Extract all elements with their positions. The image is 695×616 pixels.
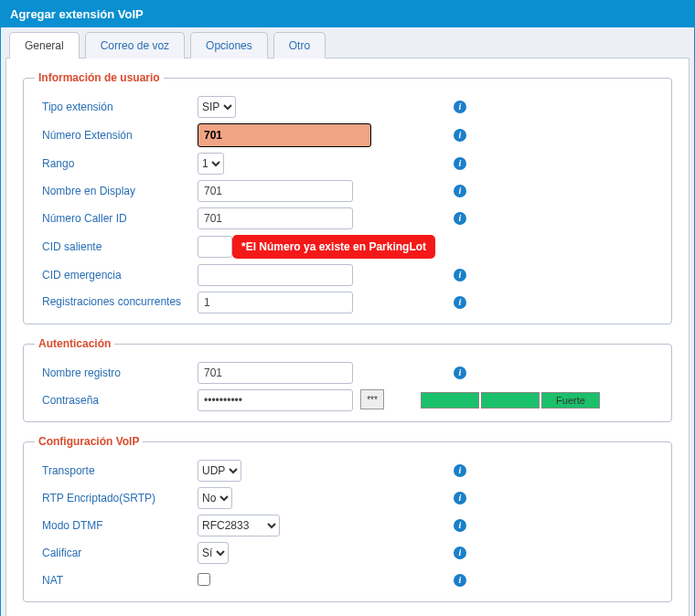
input-caller-id-number[interactable] bbox=[198, 207, 353, 229]
tab-voicemail[interactable]: Correo de voz bbox=[85, 32, 185, 58]
label-caller-id-number: Número Caller ID bbox=[42, 212, 198, 225]
row-concurrent-reg: Registraciones concurrentes i bbox=[35, 289, 660, 316]
row-password: Contraseña *** Fuerte bbox=[35, 387, 660, 414]
info-icon[interactable]: i bbox=[454, 269, 466, 281]
toggle-password-button[interactable]: *** bbox=[360, 389, 384, 409]
row-ext-type: Tipo extensión SIP i bbox=[35, 93, 660, 121]
input-password[interactable] bbox=[198, 389, 353, 411]
row-qualify: Calificar Sí i bbox=[35, 539, 660, 567]
row-srtp: RTP Encriptado(SRTP) No i bbox=[35, 484, 660, 512]
strength-seg-3: Fuerte bbox=[541, 392, 600, 409]
row-reg-name: Nombre registro i bbox=[35, 359, 660, 387]
info-icon[interactable]: i bbox=[454, 366, 466, 379]
label-range: Rango bbox=[42, 157, 198, 170]
fieldset-voip: Configuración VoIP Transporte UDP i RTP … bbox=[23, 435, 672, 602]
label-outbound-cid: CID saliente bbox=[42, 240, 198, 253]
input-emergency-cid[interactable] bbox=[198, 264, 353, 286]
label-nat: NAT bbox=[42, 574, 198, 587]
row-outbound-cid: CID saliente *El Número ya existe en Par… bbox=[35, 232, 660, 261]
select-srtp[interactable]: No bbox=[198, 487, 232, 509]
info-icon[interactable]: i bbox=[454, 519, 466, 532]
voip-extension-panel: Agregar extensión VoIP General Correo de… bbox=[0, 0, 695, 616]
input-ext-number[interactable] bbox=[198, 123, 371, 147]
select-qualify[interactable]: Sí bbox=[198, 542, 229, 564]
row-range: Rango 1 i bbox=[35, 150, 660, 177]
info-icon[interactable]: i bbox=[454, 212, 466, 225]
row-transport: Transporte UDP i bbox=[35, 457, 660, 484]
select-ext-type[interactable]: SIP bbox=[198, 96, 236, 118]
input-display-name[interactable] bbox=[198, 180, 353, 202]
info-icon[interactable]: i bbox=[454, 129, 466, 142]
info-icon[interactable]: i bbox=[454, 574, 466, 587]
tab-content: Información de usuario Tipo extensión SI… bbox=[5, 58, 690, 616]
fieldset-auth: Autenticación Nombre registro i Contrase… bbox=[23, 337, 672, 422]
strength-seg-1 bbox=[421, 392, 479, 409]
fieldset-user-info: Información de usuario Tipo extensión SI… bbox=[23, 71, 672, 324]
label-password: Contraseña bbox=[42, 394, 198, 407]
info-icon[interactable]: i bbox=[454, 101, 466, 113]
row-ext-number: Número Extensión i bbox=[35, 121, 660, 150]
info-icon[interactable]: i bbox=[454, 157, 466, 170]
input-concurrent-reg[interactable] bbox=[198, 292, 353, 313]
label-transport: Transporte bbox=[42, 464, 198, 477]
label-ext-type: Tipo extensión bbox=[42, 101, 198, 113]
row-caller-id-number: Número Caller ID i bbox=[35, 205, 660, 232]
tab-other[interactable]: Otro bbox=[273, 32, 326, 58]
info-icon[interactable]: i bbox=[454, 185, 466, 197]
panel-title: Agregar extensión VoIP bbox=[1, 1, 694, 27]
strength-seg-2 bbox=[481, 392, 540, 409]
label-dtmf: Modo DTMF bbox=[42, 519, 198, 532]
label-concurrent-reg: Registraciones concurrentes bbox=[42, 295, 198, 310]
tab-options[interactable]: Opciones bbox=[190, 32, 268, 58]
info-icon[interactable]: i bbox=[454, 296, 466, 309]
label-emergency-cid: CID emergencia bbox=[42, 269, 198, 281]
panel-body: General Correo de voz Opciones Otro Info… bbox=[1, 27, 694, 616]
info-icon[interactable]: i bbox=[454, 547, 466, 559]
label-qualify: Calificar bbox=[42, 547, 198, 559]
select-dtmf[interactable]: RFC2833 bbox=[198, 515, 280, 536]
input-outbound-cid[interactable] bbox=[198, 236, 232, 258]
select-transport[interactable]: UDP bbox=[198, 460, 241, 482]
label-ext-number: Número Extensión bbox=[42, 129, 198, 142]
input-reg-name[interactable] bbox=[198, 362, 353, 384]
legend-auth: Autenticación bbox=[35, 337, 114, 350]
error-badge-outbound-cid: *El Número ya existe en ParkingLot bbox=[232, 235, 435, 259]
label-srtp: RTP Encriptado(SRTP) bbox=[42, 492, 198, 504]
tab-bar: General Correo de voz Opciones Otro bbox=[5, 32, 690, 58]
row-dtmf: Modo DTMF RFC2833 i bbox=[35, 512, 660, 539]
password-strength-meter: Fuerte bbox=[421, 392, 600, 409]
info-icon[interactable]: i bbox=[454, 492, 466, 504]
info-icon[interactable]: i bbox=[454, 464, 466, 477]
row-nat: NAT i bbox=[35, 567, 660, 594]
checkbox-nat[interactable] bbox=[198, 573, 210, 586]
row-display-name: Nombre en Display i bbox=[35, 177, 660, 205]
legend-user-info: Información de usuario bbox=[35, 71, 164, 84]
select-range[interactable]: 1 bbox=[198, 153, 224, 175]
label-reg-name: Nombre registro bbox=[42, 366, 198, 379]
tab-general[interactable]: General bbox=[9, 32, 80, 58]
row-emergency-cid: CID emergencia i bbox=[35, 261, 660, 289]
label-display-name: Nombre en Display bbox=[42, 185, 198, 197]
legend-voip: Configuración VoIP bbox=[35, 435, 143, 448]
